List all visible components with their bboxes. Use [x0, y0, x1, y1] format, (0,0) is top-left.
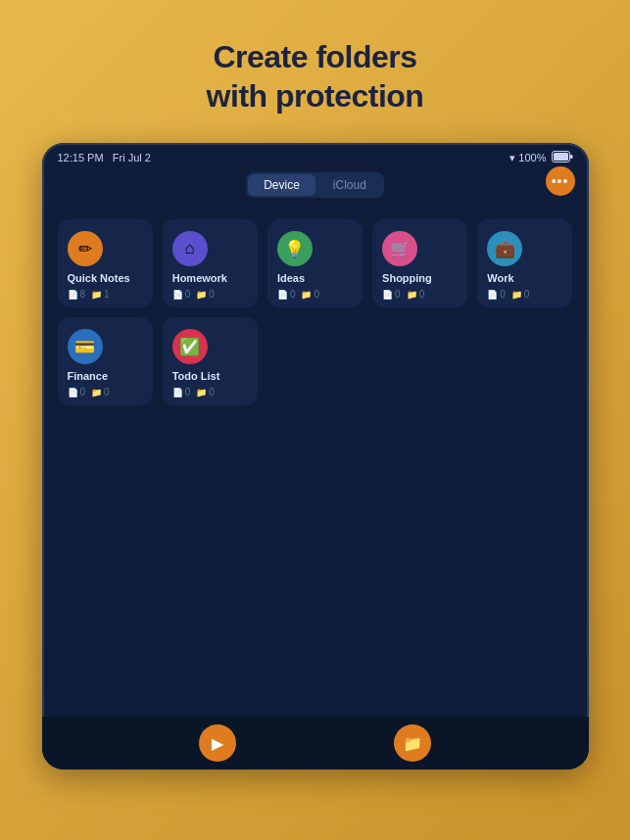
folder-name-ideas: Ideas [277, 272, 305, 284]
header-line1: Create folders [213, 39, 416, 74]
folder-name-finance: Finance [68, 370, 109, 382]
segment-device[interactable]: Device [248, 174, 315, 196]
tablet-frame: 12:15 PM Fri Jul 2 ▾ 100% Device iCloud … [42, 143, 589, 770]
wifi-icon: ▾ 100% [509, 152, 546, 164]
folder-icon-todo-list: ✅ [172, 329, 208, 364]
folder-meta-quick-notes: 📄 8 📁 1 [68, 289, 110, 300]
bottom-bar: ▶ 📁 [42, 717, 589, 770]
folder-meta-work: 📄 0 📁 0 [487, 289, 529, 300]
folder-meta-shopping: 📄 0 📁 0 [382, 289, 424, 300]
folder-meta-homework: 📄 0 📁 0 [172, 289, 215, 300]
folder-icon-quick-notes: ✏ [68, 231, 103, 266]
folder-name-shopping: Shopping [382, 272, 432, 284]
header-line2: with protection [207, 78, 424, 114]
bottom-left-button[interactable]: ▶ [199, 724, 236, 762]
folder-icon-finance: 💳 [68, 329, 103, 364]
play-icon: ▶ [212, 734, 223, 753]
folder-name-quick-notes: Quick Notes [68, 272, 130, 284]
svg-rect-2 [570, 155, 573, 159]
folder-card-finance[interactable]: 💳 Finance 📄 0 📁 0 [58, 317, 153, 405]
folder-name-work: Work [487, 272, 513, 284]
segment-icloud[interactable]: iCloud [317, 174, 382, 196]
folder-add-icon: 📁 [403, 734, 422, 753]
bottom-right-button[interactable]: 📁 [394, 724, 431, 762]
folder-meta-finance: 📄 0 📁 0 [68, 387, 110, 397]
folder-name-todo-list: Todo List [172, 370, 220, 382]
more-button[interactable]: ••• [546, 166, 575, 196]
folder-icon-shopping: 🛒 [382, 231, 417, 266]
segment-control: Device iCloud [246, 172, 384, 198]
folder-meta-ideas: 📄 0 📁 0 [277, 289, 319, 300]
notes-count-quick-notes: 8 [80, 289, 86, 300]
folder-icon-homework: ⌂ [172, 231, 208, 266]
folder-card-quick-notes[interactable]: ✏ Quick Notes 📄 8 📁 1 [58, 219, 153, 307]
folders-row1: ✏ Quick Notes 📄 8 📁 1 ⌂ Homework 📄 0 [42, 206, 589, 317]
battery-icon [552, 151, 573, 164]
folder-icon-sm: 📁 [91, 290, 102, 300]
segment-container: Device iCloud [42, 172, 589, 198]
status-bar: 12:15 PM Fri Jul 2 ▾ 100% [42, 143, 589, 168]
folders-count-quick-notes: 1 [104, 289, 110, 300]
folder-name-homework: Homework [172, 272, 227, 284]
folder-card-homework[interactable]: ⌂ Homework 📄 0 📁 0 [163, 219, 258, 307]
folder-meta-todo-list: 📄 0 📁 0 [172, 387, 215, 397]
folder-card-work[interactable]: 💼 Work 📄 0 📁 0 [477, 219, 572, 307]
folder-icon-ideas: 💡 [277, 231, 313, 266]
status-date: Fri Jul 2 [113, 152, 151, 163]
svg-rect-1 [554, 153, 568, 161]
status-time: 12:15 PM [58, 152, 104, 163]
folders-row2: 💳 Finance 📄 0 📁 0 ✅ Todo List 📄 0 [42, 317, 589, 415]
notes-icon: 📄 [68, 290, 78, 300]
header-text: Create folders with protection [207, 37, 424, 116]
folder-icon-work: 💼 [487, 231, 522, 266]
folder-card-shopping[interactable]: 🛒 Shopping 📄 0 📁 0 [372, 219, 467, 307]
folder-card-ideas[interactable]: 💡 Ideas 📄 0 📁 0 [267, 219, 363, 307]
more-button-label: ••• [552, 174, 569, 188]
folder-card-todo-list[interactable]: ✅ Todo List 📄 0 📁 0 [163, 317, 258, 405]
